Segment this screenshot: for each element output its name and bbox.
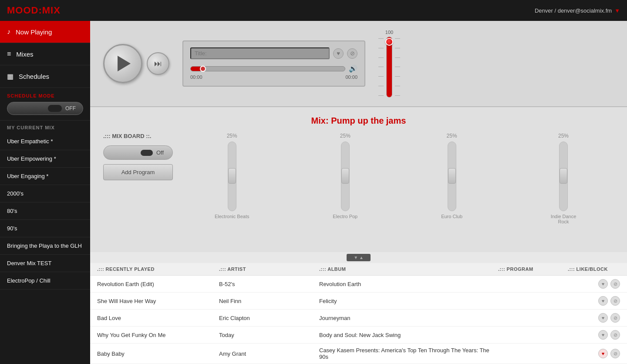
table-row: She Will Have Her Way Neil Finn Felicity… — [90, 293, 627, 310]
tick — [395, 76, 400, 77]
sidebar-item-label: Mixes — [16, 51, 33, 58]
slider-thumb — [448, 168, 456, 184]
tick — [395, 48, 400, 48]
song-album: Body and Soul: New Jack Swing — [319, 332, 498, 338]
song-title: Baby Baby — [97, 351, 219, 357]
schedule-off-label: OFF — [65, 105, 76, 111]
slider-label: Indie Dance Rock — [546, 214, 581, 224]
song-title: Bad Love — [97, 315, 219, 321]
row-like-button[interactable]: ♥ — [598, 313, 608, 323]
header: MOOD:MIX Denver / denver@socialmix.fm ▼ — [0, 0, 627, 21]
content: ⏭ ♥ ⊘ 🔊 00:00 — [90, 21, 627, 364]
sliders-container: 25% Electronic Beats 25% Electro Pop — [182, 133, 614, 224]
sidebar-mix-uber-engaging[interactable]: Uber Engaging * — [0, 168, 90, 185]
track-info: ♥ ⊘ 🔊 00:00 00:00 — [182, 40, 365, 87]
schedule-mode-label: SCHEDULE MODE — [7, 93, 83, 98]
like-button[interactable]: ♥ — [333, 48, 344, 59]
mix-board-off-toggle[interactable]: Off — [103, 145, 173, 160]
volume-slider-wrap — [378, 37, 400, 98]
slider-label: Electro Pop — [333, 214, 357, 219]
sidebar-item-now-playing[interactable]: ♪ Now Playing — [0, 21, 90, 43]
row-block-button[interactable]: ⊘ — [610, 296, 620, 306]
sidebar-mix-uber-empowering[interactable]: Uber Empowering * — [0, 150, 90, 168]
slider-indie-dance-rock: 25% Indie Dance Rock — [546, 133, 581, 224]
slider-label: Euro Club — [441, 214, 462, 219]
vertical-slider[interactable] — [228, 142, 236, 211]
sidebar-mix-2000s[interactable]: 2000's — [0, 185, 90, 202]
slider-thumb — [228, 168, 236, 184]
row-block-button[interactable]: ⊘ — [610, 330, 620, 340]
volume-ticks-left — [378, 37, 384, 98]
table-row: Bad Love Eric Clapton Journeyman ♥ ⊘ — [90, 310, 627, 327]
block-button[interactable]: ⊘ — [347, 48, 357, 59]
tick — [378, 95, 384, 96]
like-block-cell: ♥ ⊘ — [568, 349, 620, 358]
tick — [395, 57, 400, 58]
tick — [395, 95, 400, 96]
mix-board-section: Mix: Pump up the jams .::: MIX BOARD ::.… — [90, 107, 627, 252]
sidebar-mix-playa[interactable]: Bringing the Playa to the GLH — [0, 237, 90, 255]
mix-board-controls: .::: MIX BOARD ::. Off Add Program — [103, 133, 173, 180]
song-artist: Neil Finn — [219, 298, 319, 304]
progress-row: 🔊 — [190, 64, 357, 73]
sidebar-mix-electropop[interactable]: ElectroPop / Chill — [0, 272, 90, 290]
song-artist: Amy Grant — [219, 351, 319, 357]
volume-slider[interactable] — [386, 37, 392, 98]
slider-pct: 25% — [558, 133, 569, 139]
song-title: She Will Have Her Way — [97, 298, 219, 304]
sidebar-mix-90s[interactable]: 90's — [0, 220, 90, 237]
schedule-mode-toggle[interactable]: OFF — [7, 102, 83, 115]
mix-board-label: .::: MIX BOARD ::. — [103, 133, 173, 139]
play-button[interactable] — [103, 44, 142, 83]
schedule-mode-section: SCHEDULE MODE OFF — [0, 88, 90, 121]
row-block-button[interactable]: ⊘ — [610, 349, 620, 358]
volume-section: 100 — [378, 30, 400, 98]
slider-euro-club: 25% Euro Club — [441, 133, 462, 219]
slider-electro-pop: 25% Electro Pop — [333, 133, 357, 219]
slider-pct: 25% — [227, 133, 237, 139]
off-toggle-track — [141, 150, 153, 156]
song-album: Revolution Earth — [319, 281, 498, 287]
vertical-slider[interactable] — [448, 142, 456, 211]
row-like-button[interactable]: ♥ — [598, 279, 608, 289]
vertical-slider[interactable] — [341, 142, 350, 211]
play-controls: ⏭ — [103, 44, 169, 83]
logo: MOOD:MIX — [7, 5, 61, 16]
resize-button[interactable]: ▼ ▲ — [347, 254, 371, 261]
vertical-slider[interactable] — [559, 142, 568, 211]
song-album: Journeyman — [319, 315, 498, 321]
sidebar-item-mixes[interactable]: ≡ Mixes — [0, 43, 90, 65]
tick — [378, 67, 384, 67]
tick — [378, 38, 384, 39]
slider-pct: 25% — [340, 133, 351, 139]
like-block-cell: ♥ ⊘ — [568, 313, 620, 323]
time-row: 00:00 00:00 — [190, 74, 357, 80]
tick — [378, 48, 384, 48]
chevron-down-icon[interactable]: ▼ — [614, 7, 620, 14]
volume-thumb — [385, 38, 393, 46]
row-like-button[interactable]: ♥ — [598, 349, 608, 358]
row-block-button[interactable]: ⊘ — [610, 279, 620, 289]
song-album: Casey Kasem Presents: America's Top Ten … — [319, 347, 498, 360]
slider-thumb — [341, 168, 349, 184]
add-program-button[interactable]: Add Program — [103, 164, 173, 180]
progress-bar[interactable] — [190, 66, 345, 71]
sidebar-mix-80s[interactable]: 80's — [0, 202, 90, 220]
title-row: ♥ ⊘ — [190, 47, 357, 59]
row-like-button[interactable]: ♥ — [598, 330, 608, 340]
user-label: Denver / denver@socialmix.fm — [535, 7, 612, 14]
sidebar-mix-denver-test[interactable]: Denver Mix TEST — [0, 255, 90, 272]
sidebar-item-schedules[interactable]: ▦ Schedules — [0, 65, 90, 88]
table-row: Revolution Earth (Edit) B-52's Revolutio… — [90, 276, 627, 293]
slider-pct: 25% — [447, 133, 457, 139]
col-program: .::: PROGRAM — [498, 266, 568, 272]
volume-icon: 🔊 — [349, 64, 357, 73]
skip-button[interactable]: ⏭ — [147, 52, 169, 75]
song-artist: Today — [219, 332, 319, 338]
sidebar-mix-uber-empathetic[interactable]: Uber Empathetic * — [0, 133, 90, 150]
sidebar: ♪ Now Playing ≡ Mixes ▦ Schedules SCHEDU… — [0, 21, 90, 364]
row-block-button[interactable]: ⊘ — [610, 313, 620, 323]
title-input[interactable] — [190, 47, 330, 59]
row-like-button[interactable]: ♥ — [598, 296, 608, 306]
song-title: Revolution Earth (Edit) — [97, 281, 219, 287]
